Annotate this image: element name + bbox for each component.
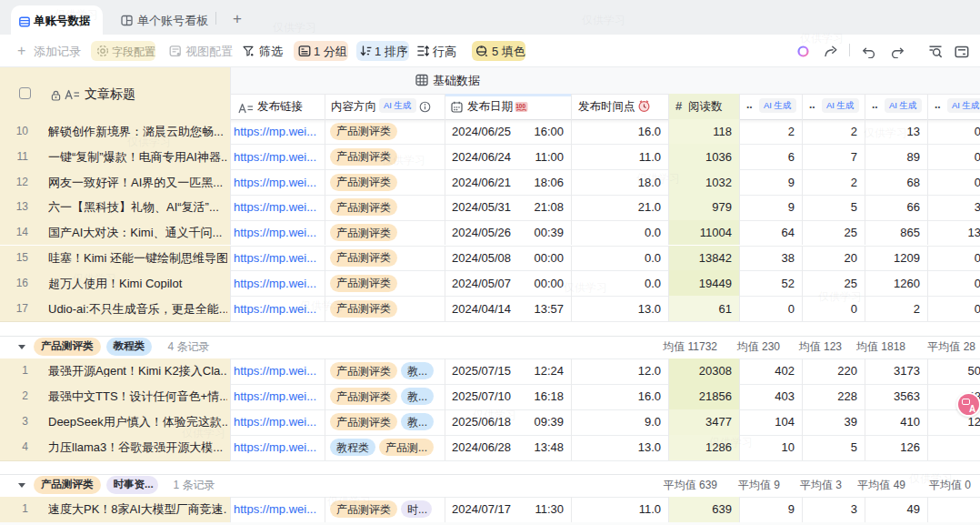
svg-text:100: 100	[515, 103, 525, 109]
